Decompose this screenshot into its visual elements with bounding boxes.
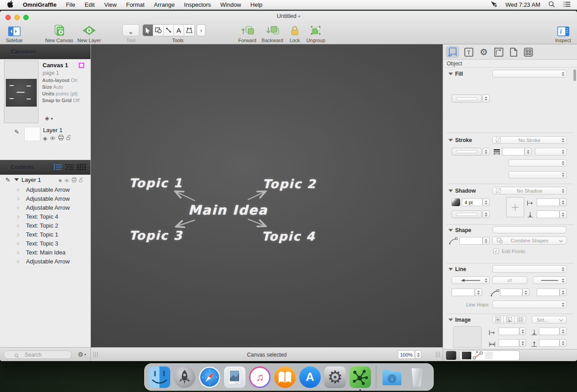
sidebar-toggle-button[interactable]: Sidebar: [3, 22, 26, 43]
visibility-eye-icon[interactable]: [50, 135, 56, 142]
topic-4-text[interactable]: Topic 4: [262, 229, 315, 243]
stroke-color-well[interactable]: [452, 148, 482, 155]
disclosure-closed-icon[interactable]: [17, 224, 20, 228]
shadow-color-well[interactable]: [452, 211, 482, 218]
print-icon[interactable]: [72, 177, 77, 183]
menu-format[interactable]: Format: [126, 1, 144, 8]
menu-clock[interactable]: Wed 7:23 AM: [505, 1, 540, 8]
menu-help[interactable]: Help: [250, 1, 263, 8]
line-section-header[interactable]: Line: [448, 266, 466, 272]
style-chip-empty[interactable]: [485, 352, 493, 359]
dock-downloads-icon[interactable]: ↓: [381, 366, 403, 388]
stroke-cap-dropdown[interactable]: [508, 171, 567, 178]
shadow-size-input[interactable]: 4 pt: [462, 198, 482, 206]
notification-center-icon[interactable]: [563, 1, 571, 9]
swap-arrowheads-button[interactable]: ⇄: [492, 276, 527, 284]
disclosure-closed-icon[interactable]: [17, 206, 20, 210]
menu-inspectors[interactable]: Inspectors: [184, 1, 211, 8]
line-start-size-stepper[interactable]: [475, 289, 482, 296]
tree-item[interactable]: Text: Main Idea: [0, 248, 90, 257]
pointer-menu-extra-icon[interactable]: [490, 1, 497, 9]
shadow-h-offset-stepper[interactable]: [560, 198, 567, 206]
image-height-input[interactable]: [539, 339, 560, 347]
shadow-color-stepper[interactable]: [482, 211, 490, 218]
tree-item[interactable]: Adjustable Arrow: [0, 257, 90, 266]
layers-disclosure-widget[interactable]: ◈ ▾: [45, 115, 53, 121]
print-icon[interactable]: [58, 135, 64, 142]
style-swatch-current[interactable]: [446, 351, 456, 360]
stroke-section-header[interactable]: Stroke: [448, 137, 472, 143]
ungroup-button[interactable]: Ungroup: [304, 22, 328, 43]
stroke-color-stepper[interactable]: [482, 148, 490, 155]
unlock-icon[interactable]: [79, 177, 83, 183]
forward-button[interactable]: Forward: [236, 22, 258, 43]
spotlight-search-icon[interactable]: [548, 1, 555, 9]
line-tool-button[interactable]: [164, 25, 174, 36]
window-title[interactable]: Untitled ▾: [0, 13, 577, 19]
dock-launchpad-icon[interactable]: [174, 366, 195, 388]
fill-type-dropdown[interactable]: [492, 70, 567, 78]
image-well[interactable]: [453, 326, 482, 348]
inspect-button[interactable]: i Inspect: [551, 22, 575, 43]
shadow-position-pad[interactable]: [506, 197, 524, 217]
tree-item[interactable]: Adjustable Arrow: [0, 203, 90, 212]
fill-color-well[interactable]: [452, 95, 482, 103]
right-splitter-grip[interactable]: [436, 352, 440, 358]
corner-radius-input[interactable]: [459, 237, 482, 245]
canvas[interactable]: Topic 1 Topic 2 Main Idea Topic 3 Topic …: [91, 44, 443, 347]
style-chip-selected[interactable]: [473, 351, 483, 360]
shadow-v-offset-stepper[interactable]: [560, 211, 567, 218]
disclosure-closed-icon[interactable]: [17, 259, 20, 264]
main-idea-text[interactable]: Main Idea: [188, 202, 268, 218]
line-start-arrowhead-dropdown[interactable]: [452, 276, 490, 284]
shadow-size-stepper[interactable]: [482, 198, 490, 206]
disclosure-closed-icon[interactable]: [17, 188, 20, 192]
dock-ibooks-icon[interactable]: [274, 366, 296, 388]
unlock-icon[interactable]: [66, 135, 71, 142]
menu-view[interactable]: View: [104, 1, 116, 8]
dock-safari-icon[interactable]: [199, 366, 220, 388]
edit-points-checkbox[interactable]: ✓: [493, 248, 499, 254]
stroke-style-dropdown[interactable]: [535, 148, 567, 155]
menu-edit[interactable]: Edit: [85, 1, 95, 8]
image-mask-button[interactable]: [504, 316, 515, 323]
disclosure-closed-icon[interactable]: [17, 197, 20, 201]
image-y-offset-stepper[interactable]: [560, 327, 567, 335]
shape-tool-button[interactable]: [153, 25, 164, 36]
tree-item[interactable]: Text: Topic 3: [0, 239, 90, 248]
disclosure-closed-icon[interactable]: [17, 233, 20, 237]
line-end-size-input[interactable]: [537, 289, 560, 296]
image-tile-button[interactable]: [515, 316, 526, 323]
image-y-offset-input[interactable]: [539, 327, 560, 335]
new-canvas-button[interactable]: New Canvas: [44, 22, 74, 43]
dock-itunes-icon[interactable]: ♫: [249, 366, 271, 388]
list-view-icon[interactable]: [54, 164, 62, 172]
menu-file[interactable]: File: [66, 1, 75, 8]
style-chip-fill[interactable]: [462, 352, 471, 359]
fill-section-header[interactable]: Fill: [448, 71, 463, 77]
tab-text[interactable]: T: [462, 46, 475, 58]
line-curve-input[interactable]: [500, 289, 522, 296]
disclosure-open-icon[interactable]: [14, 178, 19, 181]
image-height-stepper[interactable]: [560, 339, 567, 347]
backward-button[interactable]: Backward: [260, 22, 284, 43]
shape-field[interactable]: [492, 226, 567, 233]
lock-button[interactable]: Lock: [287, 22, 302, 43]
tree-item[interactable]: Text: Topic 1: [0, 230, 90, 239]
topic-3-text[interactable]: Topic 3: [129, 228, 183, 242]
line-end-size-stepper[interactable]: [560, 289, 567, 296]
image-x-offset-input[interactable]: [499, 327, 519, 335]
tab-document[interactable]: [507, 46, 520, 58]
tab-properties[interactable]: ⚙: [477, 46, 491, 58]
dock-finder-icon[interactable]: [149, 366, 170, 388]
shadow-type-dropdown[interactable]: No Shadow: [492, 187, 567, 194]
line-start-size-input[interactable]: [452, 289, 475, 296]
tab-stencils[interactable]: [521, 46, 535, 58]
image-x-offset-stepper[interactable]: [519, 327, 526, 335]
tree-root-layer-row[interactable]: ✎ Layer 1 ◈: [0, 176, 90, 185]
stroke-thickness-stepper[interactable]: [525, 148, 531, 155]
dock-omnigraffle-icon[interactable]: [349, 366, 371, 388]
layer-name[interactable]: Layer 1: [43, 127, 62, 134]
image-width-input[interactable]: [499, 339, 519, 347]
combine-shapes-dropdown[interactable]: Combine Shapes: [492, 237, 567, 245]
